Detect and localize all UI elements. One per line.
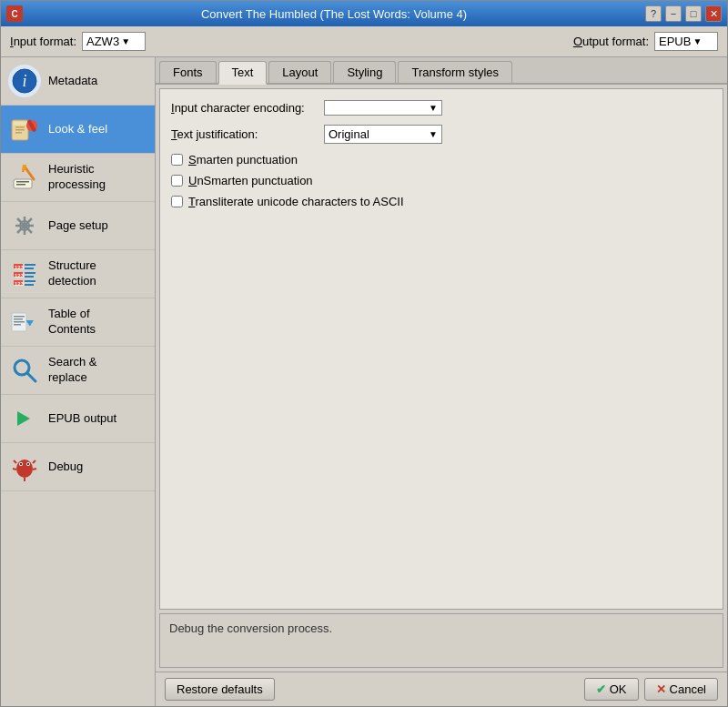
help-button[interactable]: ?	[645, 5, 662, 22]
look-feel-icon	[8, 113, 41, 146]
justification-arrow: ▼	[429, 129, 438, 139]
status-bar: Debug the conversion process.	[159, 613, 723, 668]
sidebar-item-look-feel[interactable]: Look & feel	[1, 106, 155, 154]
sidebar-item-structure-label: Structuredetection	[48, 258, 96, 289]
sidebar-item-toc-label: Table ofContents	[48, 307, 96, 338]
window-controls: ? − □ ✕	[645, 5, 722, 22]
sidebar-item-heuristic[interactable]: Heuristicprocessing	[1, 154, 155, 202]
metadata-icon: i	[8, 65, 41, 97]
svg-rect-3	[14, 122, 26, 125]
ok-button[interactable]: ✔ OK	[584, 678, 639, 701]
svg-line-47	[14, 460, 16, 463]
svg-point-45	[20, 463, 22, 465]
svg-rect-34	[14, 316, 25, 318]
justification-row: Text justification: Original ▼	[171, 125, 712, 144]
output-format-group: Output format: EPUB ▼	[573, 32, 718, 51]
cancel-button[interactable]: ✕ Cancel	[644, 678, 718, 701]
transliterate-checkbox[interactable]	[171, 196, 183, 207]
justification-value: Original	[329, 127, 369, 141]
debug-icon	[8, 450, 41, 483]
sidebar-item-metadata-label: Metadata	[48, 74, 97, 89]
svg-rect-24	[25, 268, 34, 269]
svg-rect-31	[25, 280, 35, 282]
app-icon: C	[6, 5, 23, 22]
sidebar-item-page-setup-label: Page setup	[48, 218, 108, 234]
maximize-button[interactable]: □	[685, 5, 702, 22]
sidebar-item-toc[interactable]: Table ofContents	[1, 298, 155, 347]
justification-select[interactable]: Original ▼	[324, 125, 442, 144]
right-panel: Fonts Text Layout Styling Transform styl…	[156, 57, 727, 706]
close-button[interactable]: ✕	[705, 5, 722, 22]
ok-cancel-group: ✔ OK ✕ Cancel	[584, 678, 718, 701]
sidebar-item-structure[interactable]: 123 123 123 Structuredetection	[1, 250, 155, 298]
unsmarten-label: UnSmarten punctuation	[188, 174, 313, 187]
svg-marker-40	[17, 411, 30, 426]
text-tab-content: Input character encoding: ▼ Text justifi…	[159, 88, 723, 610]
sidebar-item-debug[interactable]: Debug	[1, 443, 155, 491]
tab-styling[interactable]: Styling	[333, 61, 396, 83]
sidebar-item-debug-label: Debug	[48, 460, 83, 475]
sidebar: i Metadata	[1, 57, 156, 706]
sidebar-item-search-label: Search &replace	[48, 355, 96, 386]
svg-text:123: 123	[15, 273, 25, 278]
sidebar-item-epub[interactable]: EPUB output	[1, 395, 155, 443]
svg-point-46	[27, 463, 29, 465]
svg-text:i: i	[22, 72, 26, 90]
input-format-select[interactable]: AZW3 ▼	[82, 32, 146, 51]
tab-fonts[interactable]: Fonts	[159, 61, 217, 83]
tab-bar: Fonts Text Layout Styling Transform styl…	[156, 57, 727, 85]
cancel-x-icon: ✕	[656, 682, 666, 696]
svg-line-39	[27, 373, 35, 381]
sidebar-item-page-setup[interactable]: Page setup	[1, 202, 155, 250]
transliterate-row: Transliterate unicode characters to ASCI…	[171, 195, 712, 208]
smarten-label: Smarten punctuation	[188, 153, 298, 167]
output-format-select[interactable]: EPUB ▼	[654, 32, 718, 51]
output-format-arrow: ▼	[693, 36, 702, 46]
svg-text:123: 123	[15, 281, 25, 287]
tab-text[interactable]: Text	[218, 61, 268, 85]
toc-icon	[8, 306, 41, 338]
svg-rect-8	[15, 129, 25, 131]
format-bar: Input format: AZW3 ▼ Output format: EPUB…	[1, 26, 727, 57]
transliterate-label: Transliterate unicode characters to ASCI…	[188, 195, 404, 208]
svg-line-50	[33, 469, 36, 470]
sidebar-item-heuristic-label: Heuristicprocessing	[48, 162, 106, 193]
smarten-checkbox[interactable]	[171, 154, 183, 166]
input-format-group: Input format: AZW3 ▼	[10, 32, 146, 51]
status-text: Debug the conversion process.	[169, 621, 332, 635]
output-format-label: Output format:	[573, 35, 649, 48]
page-setup-icon	[8, 209, 41, 242]
svg-rect-35	[14, 318, 23, 320]
main-content: i Metadata	[1, 57, 727, 706]
search-icon	[8, 354, 41, 387]
sidebar-item-search[interactable]: Search &replace	[1, 347, 155, 395]
main-window: C Convert The Humbled (The Lost Words: V…	[0, 0, 728, 707]
svg-point-6	[30, 124, 34, 127]
tab-layout[interactable]: Layout	[268, 61, 331, 83]
encoding-row: Input character encoding: ▼	[171, 100, 712, 116]
encoding-label: Input character encoding:	[171, 101, 317, 115]
restore-defaults-button[interactable]: Restore defaults	[165, 678, 275, 701]
svg-line-49	[13, 469, 16, 470]
justification-label: Text justification:	[171, 127, 317, 141]
svg-rect-23	[25, 264, 35, 266]
sidebar-item-metadata[interactable]: i Metadata	[1, 57, 155, 106]
svg-rect-12	[16, 184, 25, 186]
svg-rect-11	[16, 181, 29, 183]
bottom-bar: Restore defaults ✔ OK ✕ Cancel	[156, 672, 727, 706]
window-title: Convert The Humbled (The Lost Words: Vol…	[23, 7, 645, 21]
encoding-select[interactable]: ▼	[324, 100, 442, 116]
sidebar-item-epub-label: EPUB output	[48, 411, 116, 427]
encoding-arrow: ▼	[429, 103, 438, 113]
svg-rect-28	[25, 276, 34, 278]
svg-rect-36	[14, 321, 25, 323]
unsmarten-checkbox[interactable]	[171, 175, 183, 187]
cancel-label: Cancel	[670, 682, 706, 696]
smarten-row: Smarten punctuation	[171, 153, 712, 167]
unsmarten-row: UnSmarten punctuation	[171, 174, 712, 187]
tab-transform[interactable]: Transform styles	[398, 61, 512, 83]
svg-rect-37	[14, 324, 21, 326]
minimize-button[interactable]: −	[665, 5, 682, 22]
svg-rect-9	[15, 132, 22, 134]
input-format-label: Input format:	[10, 35, 76, 48]
